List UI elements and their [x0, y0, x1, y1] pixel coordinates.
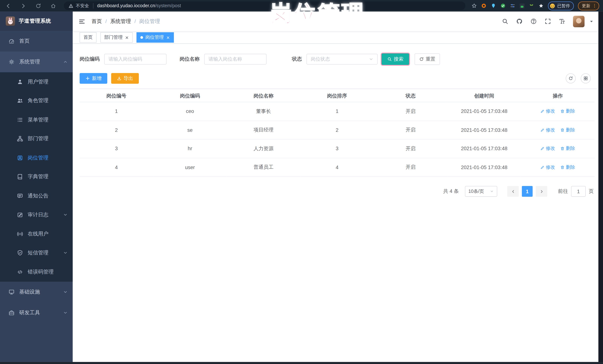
refresh-icon: [568, 76, 573, 81]
tab-部门管理[interactable]: 部门管理: [100, 32, 133, 43]
url-host: dashboard.yudao.iocoder.cn: [97, 3, 155, 9]
avatar-caret-down-icon[interactable]: [589, 19, 594, 24]
address-bar[interactable]: 不安全 dashboard.yudao.iocoder.cn/system/po…: [64, 1, 465, 10]
table-cell: 4: [80, 158, 153, 176]
delete-action-label: 删除: [566, 145, 575, 152]
export-button[interactable]: 导出: [111, 73, 139, 84]
extension-tag-manager-icon[interactable]: [520, 3, 524, 8]
hamburger-icon[interactable]: [79, 18, 85, 25]
header-search-icon[interactable]: [502, 18, 508, 24]
table-cell: 2: [300, 121, 374, 139]
download-icon: [117, 76, 122, 81]
extension-star-icon[interactable]: [538, 3, 544, 9]
github-icon[interactable]: [516, 18, 523, 24]
sidebar-item-菜单管理[interactable]: 菜单管理: [0, 110, 73, 129]
close-icon[interactable]: [166, 36, 170, 40]
sidebar-item-在线用户[interactable]: 在线用户: [0, 224, 73, 243]
font-size-icon[interactable]: [559, 18, 565, 24]
status-select-placeholder: 岗位状态: [311, 56, 330, 62]
paused-chip[interactable]: 已暂停: [548, 1, 574, 10]
edit-action[interactable]: 修改: [540, 164, 555, 170]
edit-action[interactable]: 修改: [540, 127, 555, 133]
app-title: 芋道管理系统: [19, 18, 51, 24]
pagination: 共 4 条 10条/页 1 前往 页: [73, 186, 599, 197]
bookmark-star-icon[interactable]: [471, 3, 477, 9]
tab-首页[interactable]: 首页: [80, 32, 96, 43]
prev-page-button[interactable]: [507, 186, 519, 197]
sidebar-item-角色管理[interactable]: 角色管理: [0, 91, 73, 110]
help-question-icon[interactable]: [530, 18, 537, 24]
extension-pin-icon[interactable]: [491, 3, 496, 9]
role-icon: [17, 98, 23, 104]
page-number-1[interactable]: 1: [522, 186, 533, 197]
sidebar-item-部门管理[interactable]: 部门管理: [0, 129, 73, 148]
reset-button[interactable]: 重置: [415, 53, 440, 65]
tab-bar: 首页部门管理岗位管理: [73, 32, 599, 44]
delete-action-label: 删除: [566, 127, 575, 133]
sidebar-item-岗位管理[interactable]: 岗位管理: [0, 148, 73, 167]
browser-reload-icon[interactable]: [35, 3, 41, 9]
column-header-岗位名称: 岗位名称: [227, 90, 300, 102]
post-code-input[interactable]: [104, 54, 167, 65]
sidebar-item-错误码管理[interactable]: 错误码管理: [0, 262, 73, 281]
app-logo[interactable]: 芋道管理系统: [0, 11, 73, 31]
browser-back-icon[interactable]: [5, 3, 11, 9]
goto-page-input[interactable]: [571, 186, 586, 197]
chevron-down-icon: [369, 57, 373, 62]
chevron-down-icon: [490, 189, 494, 193]
sidebar-item-研发工具[interactable]: 研发工具: [0, 302, 73, 323]
sidebar-item-通知公告[interactable]: 通知公告: [0, 186, 73, 205]
next-page-button[interactable]: [536, 186, 547, 197]
add-button[interactable]: 新增: [80, 73, 107, 84]
sidebar-item-基础设施[interactable]: 基础设施: [0, 281, 73, 302]
browser-menu-dots-icon[interactable]: [592, 3, 597, 8]
page-size-select[interactable]: 10条/页: [465, 186, 497, 197]
extension-sliders-icon[interactable]: [510, 3, 515, 9]
delete-action[interactable]: 删除: [560, 127, 575, 133]
security-warning-icon[interactable]: [69, 3, 73, 8]
browser-home-icon[interactable]: [50, 3, 56, 9]
table-row: 2se项目经理2开启2021-01-05 17:03:48修改删除: [80, 121, 595, 139]
delete-action[interactable]: 删除: [560, 145, 575, 152]
delete-action[interactable]: 删除: [560, 164, 575, 170]
sidebar-item-审计日志[interactable]: 审计日志: [0, 205, 73, 225]
add-button-label: 新增: [92, 75, 102, 82]
delete-action[interactable]: 删除: [560, 108, 575, 115]
user-avatar[interactable]: [573, 16, 584, 27]
sidebar-item-字典管理[interactable]: 字典管理: [0, 167, 73, 186]
sidebar-item-系统管理[interactable]: 系统管理: [0, 52, 73, 72]
page-scrollbar[interactable]: [598, 11, 603, 364]
edit-icon: [540, 128, 545, 132]
table-cell: 2021-01-05 17:03:48: [447, 102, 521, 121]
chevron-left-icon: [511, 189, 515, 193]
notice-icon: [17, 193, 23, 199]
breadcrumb-home[interactable]: 首页: [92, 18, 102, 25]
sidebar-item-首页[interactable]: 首页: [0, 31, 73, 52]
table-cell: ceo: [153, 102, 227, 121]
update-chip[interactable]: 更新: [578, 1, 599, 10]
sidebar-item-用户管理[interactable]: 用户管理: [0, 72, 73, 91]
status-select[interactable]: 岗位状态: [306, 54, 378, 65]
refresh-table-button[interactable]: [566, 73, 576, 83]
tab-岗位管理[interactable]: 岗位管理: [137, 32, 174, 43]
edit-action[interactable]: 修改: [540, 108, 555, 115]
post-name-input[interactable]: [204, 54, 267, 65]
fullscreen-icon[interactable]: [545, 18, 551, 24]
sidebar-item-短信管理[interactable]: 短信管理: [0, 243, 73, 263]
extension-orange-ring-icon[interactable]: [481, 3, 487, 9]
breadcrumb-current: 岗位管理: [139, 18, 160, 25]
close-icon[interactable]: [125, 36, 129, 40]
edit-action[interactable]: 修改: [540, 145, 555, 152]
extension-check-icon[interactable]: [500, 3, 506, 9]
column-settings-button[interactable]: [581, 73, 591, 83]
sidebar-item-label: 通知公告: [28, 192, 48, 199]
sidebar-item-label: 错误码管理: [28, 268, 54, 275]
sidebar: 芋道管理系统 首页系统管理用户管理角色管理菜单管理部门管理岗位管理字典管理通知公…: [0, 11, 73, 362]
extension-sprout-icon[interactable]: [529, 3, 534, 9]
delete-action-label: 删除: [566, 108, 575, 115]
sidebar-item-label: 审计日志: [28, 211, 48, 218]
sms-icon: [17, 250, 23, 256]
browser-forward-icon[interactable]: [20, 3, 26, 9]
search-button[interactable]: 搜索: [381, 53, 409, 65]
breadcrumb-system[interactable]: 系统管理: [110, 18, 131, 25]
